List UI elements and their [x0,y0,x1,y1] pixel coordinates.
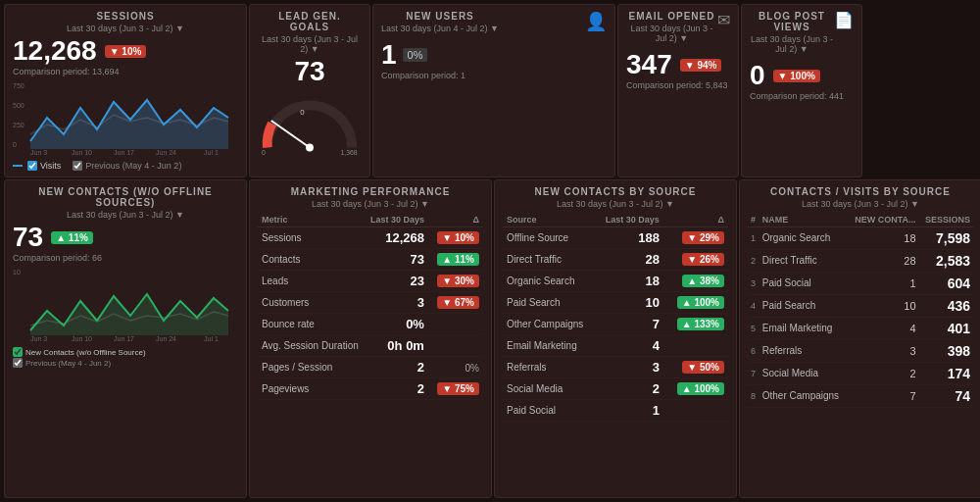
source-value: 188 [596,227,663,249]
source-value: 10 [596,292,663,314]
row-contacts: 18 [848,227,919,250]
perf-badge: ▼ 30% [437,275,479,287]
marketing-row: Sessions 12,268 ▼ 10% [258,227,483,249]
metric-value: 23 [365,271,428,292]
blog-icon: 📄 [834,11,854,58]
contacts-by-source-panel: NEW CONTACTS BY SOURCE Last 30 days (Jun… [494,179,737,498]
svg-text:Jun 24: Jun 24 [156,149,176,156]
row-name: Paid Social [760,273,848,295]
svg-text:750: 750 [13,82,24,89]
metric-value: 2 [365,357,428,378]
source-badge: ▲ 100% [677,296,724,309]
blog-post-views-panel: BLOG POST VIEWS Last 30 days (Jun 3 - Ju… [741,4,862,177]
metric-value: 2 [365,378,428,400]
email-badge: ▼ 94% [680,59,722,72]
source-value: 4 [596,335,663,357]
sessions-legend: Visits Previous (May 4 - Jun 2) [13,161,238,171]
source-name: Paid Search [503,292,596,314]
marketing-row: Avg. Session Duration 0h 0m [258,335,483,357]
source-name: Email Marketing [503,335,596,357]
contacts-checkbox[interactable] [13,347,23,357]
visits-row: 3 Paid Social 1 604 [748,273,973,295]
sessions-col: SESSIONS [919,213,973,227]
marketing-performance-panel: MARKETING PERFORMANCE Last 30 days (Jun … [249,179,492,498]
sessions-subtitle: Last 30 days (Jun 3 - Jul 2) ▼ [13,24,238,33]
row-sessions: 401 [919,318,973,340]
metric-name: Customers [258,292,365,314]
source-name: Other Campaigns [503,314,596,335]
row-sessions: 604 [919,273,973,295]
perf-badge: 0% [466,363,479,374]
source-delta: ▼ 26% [663,249,728,271]
row-contacts: 28 [848,250,919,273]
email-opened-panel: EMAIL OPENED Last 30 days (Jun 3 - Jul 2… [617,4,739,177]
source-badge: ▼ 26% [682,253,724,266]
source-delta: ▼ 50% [663,357,728,378]
source-name: Referrals [503,357,596,378]
metric-value: 3 [365,292,428,314]
svg-text:250: 250 [13,122,24,128]
perf-badge: ▼ 10% [437,231,479,244]
row-name: Social Media [760,363,848,385]
row-num: 2 [748,250,760,273]
marketing-table: Metric Last 30 Days Δ Sessions 12,268 ▼ … [258,213,483,400]
row-sessions: 2,583 [919,250,973,273]
lead-gen-panel: LEAD GEN. GOALS Last 30 days (Jun 3 - Ju… [249,4,370,177]
metric-delta: ▼ 75% [428,378,483,400]
metric-name: Contacts [258,249,365,271]
sessions-value: 12,268 [13,37,97,65]
row-sessions: 74 [919,385,973,408]
svg-text:Jul 1: Jul 1 [204,335,219,342]
marketing-row: Pages / Session 2 0% [258,357,483,378]
row-num: 3 [748,273,760,295]
svg-text:0: 0 [300,108,305,117]
visits-row: 2 Direct Traffic 28 2,583 [748,250,973,273]
delta-col: Δ [663,213,728,227]
metric-delta: ▼ 30% [428,271,483,292]
row-name: Paid Search [760,295,848,318]
source-value: 1 [596,400,663,422]
source-delta [663,335,728,357]
source-badge: ▲ 133% [677,318,724,330]
gauge: 0 1,368 0 [258,85,362,160]
delta-col-header: Δ [428,213,483,227]
previous-checkbox[interactable] [73,161,82,171]
source-value: 7 [596,314,663,335]
metric-value: 73 [365,249,428,271]
sessions-comparison: Comparison period: 13,694 [13,67,238,76]
marketing-row: Leads 23 ▼ 30% [258,271,483,292]
row-contacts: 7 [848,385,919,408]
visits-table: # NAME NEW CONTA... SESSIONS 1 Organic S… [748,213,973,408]
row-name: Direct Traffic [760,250,848,273]
svg-text:Jun 10: Jun 10 [72,149,92,156]
visits-row: 4 Paid Search 10 436 [748,295,973,318]
source-badge: ▼ 29% [682,231,724,244]
row-num: 4 [748,295,760,318]
metric-name: Bounce rate [258,314,365,335]
sessions-panel: SESSIONS Last 30 days (Jun 3 - Jul 2) ▼ … [4,4,247,177]
visits-row: 7 Social Media 2 174 [748,363,973,385]
row-name: Referrals [760,340,848,363]
row-num: 1 [748,227,760,250]
source-row: Offline Source 188 ▼ 29% [503,227,728,249]
contacts-prev-checkbox[interactable] [13,358,23,368]
metric-name: Avg. Session Duration [258,335,365,357]
source-row: Referrals 3 ▼ 50% [503,357,728,378]
blog-value: 0 [750,62,765,89]
row-num: 7 [748,363,760,385]
row-num: 5 [748,318,760,340]
sessions-chart: 750 500 250 0 Jun 3 Jun 10 Jun 17 Jun 24… [13,80,238,159]
svg-text:500: 500 [13,102,24,109]
row-num: 6 [748,340,760,363]
source-delta [663,400,728,422]
source-row: Email Marketing 4 [503,335,728,357]
lead-gen-value: 73 [294,56,324,86]
visits-source-title: CONTACTS / VISITS BY SOURCE [748,186,973,197]
visits-row: 8 Other Campaigns 7 74 [748,385,973,408]
visits-checkbox[interactable] [27,161,37,171]
metric-name: Sessions [258,227,365,249]
source-value: 28 [596,249,663,271]
contacts-source-title: NEW CONTACTS BY SOURCE [503,186,728,197]
source-name: Offline Source [503,227,596,249]
source-row: Other Campaigns 7 ▲ 133% [503,314,728,335]
